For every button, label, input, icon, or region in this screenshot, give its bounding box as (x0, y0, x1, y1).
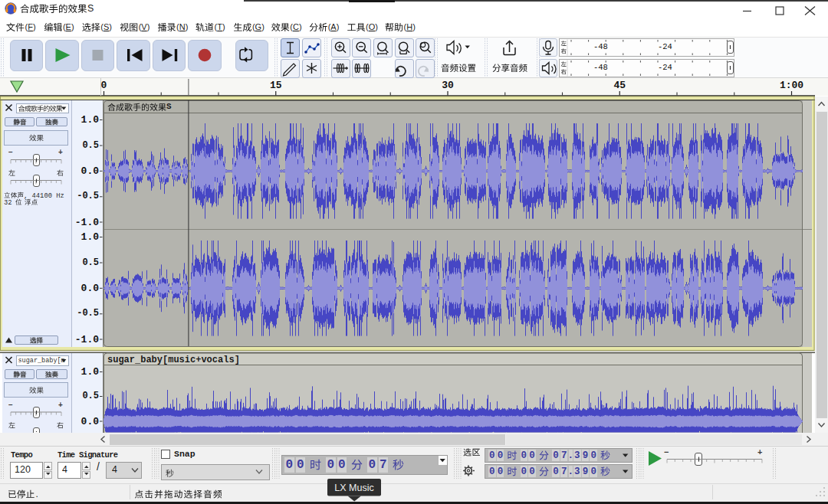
svg-text:9: 9 (583, 450, 589, 461)
svg-text:0: 0 (590, 450, 596, 461)
svg-text:0: 0 (521, 450, 527, 461)
svg-text:3: 3 (574, 450, 580, 461)
svg-text:7: 7 (380, 458, 387, 472)
svg-text:0: 0 (590, 466, 596, 477)
svg-text:0: 0 (297, 458, 304, 472)
svg-text:0: 0 (553, 450, 559, 461)
svg-text:0: 0 (285, 458, 293, 472)
svg-text:0: 0 (489, 450, 495, 461)
svg-text:0: 0 (529, 466, 535, 477)
svg-text:0: 0 (327, 458, 334, 472)
svg-text:0: 0 (553, 466, 559, 477)
svg-text:0: 0 (338, 458, 346, 472)
svg-text:.: . (567, 450, 573, 461)
svg-text:0: 0 (529, 450, 535, 461)
svg-text:7: 7 (561, 450, 567, 461)
svg-text:.: . (567, 466, 573, 477)
svg-text:0: 0 (521, 466, 527, 477)
svg-text:7: 7 (561, 466, 567, 477)
svg-text:3: 3 (574, 466, 580, 477)
svg-text:0: 0 (489, 466, 495, 477)
svg-text:LX Music: LX Music (334, 483, 373, 493)
svg-text:9: 9 (583, 466, 589, 477)
svg-text:0: 0 (498, 466, 504, 477)
svg-text:0: 0 (368, 458, 376, 472)
svg-text:0: 0 (498, 450, 504, 461)
